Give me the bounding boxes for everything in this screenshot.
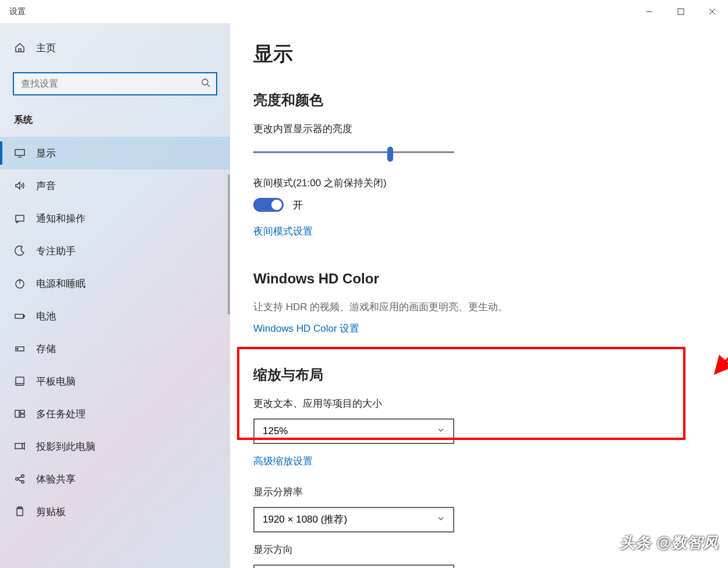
sidebar-item-label: 多任务处理 [36, 407, 86, 421]
sound-icon [14, 180, 26, 191]
sidebar-item-label: 投影到此电脑 [36, 440, 96, 453]
storage-icon [14, 343, 26, 354]
maximize-button[interactable] [665, 0, 697, 23]
sidebar-item-notifications[interactable]: 通知和操作 [0, 202, 230, 235]
night-mode-state: 开 [293, 198, 303, 212]
svg-line-25 [18, 480, 22, 481]
svg-line-28 [717, 278, 728, 371]
chevron-down-icon [437, 514, 445, 526]
night-mode-label: 夜间模式(21:00 之前保持关闭) [253, 176, 705, 190]
night-mode-toggle[interactable] [253, 198, 284, 212]
svg-point-4 [202, 79, 208, 85]
sidebar-item-label: 通知和操作 [36, 212, 86, 225]
sidebar-item-tablet[interactable]: 平板电脑 [0, 365, 230, 397]
page-title: 显示 [253, 41, 705, 68]
hdcolor-desc: 让支持 HDR 的视频、游戏和应用的画面更明亮、更生动。 [253, 300, 705, 315]
hdcolor-heading: Windows HD Color [253, 271, 705, 287]
chevron-down-icon [437, 425, 445, 437]
brightness-slider[interactable] [253, 144, 454, 161]
sidebar-item-label: 声音 [36, 179, 56, 193]
svg-line-5 [207, 84, 210, 87]
svg-point-14 [17, 349, 18, 350]
sidebar-section-label: 系统 [0, 107, 230, 137]
sidebar-item-label: 电源和睡眠 [36, 277, 86, 290]
monitor-icon [14, 147, 26, 159]
moon-icon [14, 245, 26, 257]
sidebar-item-label: 显示 [36, 147, 56, 160]
close-button[interactable] [697, 0, 728, 23]
search-input[interactable] [13, 72, 217, 95]
sidebar-item-focus-assist[interactable]: 专注助手 [0, 235, 230, 267]
resolution-value: 1920 × 1080 (推荐) [263, 513, 347, 526]
scale-select[interactable]: 125% [253, 418, 454, 444]
annotation-arrow [705, 272, 728, 383]
project-icon [14, 441, 26, 452]
sidebar-item-sound[interactable]: 声音 [0, 169, 230, 202]
night-mode-settings-link[interactable]: 夜间模式设置 [253, 225, 313, 238]
svg-rect-11 [15, 314, 23, 318]
sidebar-item-clipboard[interactable]: 剪贴板 [0, 495, 230, 528]
sidebar-item-project[interactable]: 投影到此电脑 [0, 430, 230, 463]
sidebar-item-label: 存储 [36, 342, 56, 356]
home-icon [14, 42, 26, 54]
svg-point-22 [22, 475, 24, 477]
brightness-label: 更改内置显示器的亮度 [253, 122, 705, 136]
battery-icon [14, 310, 26, 322]
clipboard-icon [14, 506, 26, 517]
svg-rect-17 [15, 410, 19, 417]
orientation-select[interactable]: 横向 [253, 565, 454, 569]
scale-label: 更改文本、应用等项目的大小 [253, 397, 705, 410]
sidebar-item-label: 平板电脑 [36, 375, 76, 388]
svg-rect-6 [15, 150, 24, 155]
hdcolor-link[interactable]: Windows HD Color 设置 [253, 322, 359, 335]
share-icon [14, 473, 26, 485]
svg-line-24 [18, 477, 22, 478]
sidebar: 主页 系统 显示 声音 通知和操作 专注助手 [0, 23, 230, 568]
svg-point-21 [16, 478, 18, 480]
sidebar-item-storage[interactable]: 存储 [0, 332, 230, 365]
sidebar-item-power[interactable]: 电源和睡眠 [0, 267, 230, 300]
resolution-label: 显示分辨率 [253, 485, 705, 499]
svg-rect-20 [15, 443, 22, 449]
sidebar-item-shared-experiences[interactable]: 体验共享 [0, 463, 230, 495]
svg-rect-1 [678, 9, 684, 15]
sidebar-item-display[interactable]: 显示 [0, 137, 230, 169]
sidebar-item-label: 专注助手 [36, 244, 76, 258]
sidebar-item-multitasking[interactable]: 多任务处理 [0, 397, 230, 430]
window-title: 设置 [9, 6, 26, 17]
resolution-select[interactable]: 1920 × 1080 (推荐) [253, 507, 454, 532]
sidebar-item-label: 电池 [36, 310, 56, 323]
watermark: 头条 @数智风 [620, 532, 719, 553]
sidebar-item-label: 剪贴板 [36, 505, 66, 519]
main-content: 显示 亮度和颜色 更改内置显示器的亮度 夜间模式(21:00 之前保持关闭) 开… [230, 23, 728, 568]
minimize-button[interactable] [634, 0, 665, 23]
multitask-icon [14, 408, 26, 420]
svg-rect-15 [16, 377, 24, 385]
scale-value: 125% [263, 425, 288, 437]
scale-heading: 缩放与布局 [253, 365, 705, 384]
search-icon [201, 78, 210, 90]
svg-rect-19 [20, 414, 24, 417]
sidebar-home[interactable]: 主页 [0, 31, 230, 64]
notification-icon [14, 212, 26, 224]
tablet-icon [14, 375, 26, 387]
power-icon [14, 278, 26, 289]
svg-rect-12 [23, 315, 24, 317]
svg-rect-18 [20, 410, 24, 413]
svg-rect-26 [17, 508, 23, 516]
sidebar-home-label: 主页 [36, 41, 56, 55]
advanced-scale-link[interactable]: 高级缩放设置 [253, 455, 313, 468]
svg-point-23 [22, 481, 24, 483]
brightness-heading: 亮度和颜色 [253, 91, 705, 109]
svg-rect-8 [16, 215, 24, 221]
sidebar-item-battery[interactable]: 电池 [0, 300, 230, 332]
sidebar-item-label: 体验共享 [36, 473, 76, 486]
